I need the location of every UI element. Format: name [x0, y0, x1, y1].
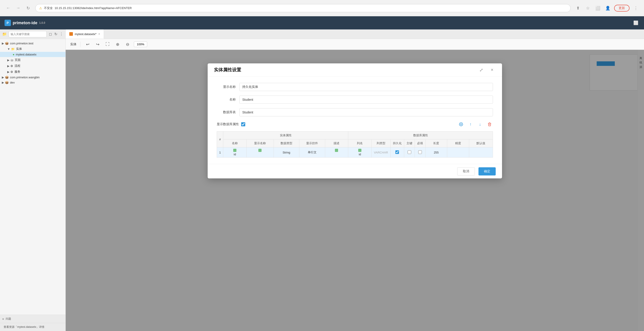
col-header-display-ctrl: 显示控件 [299, 140, 325, 148]
col-header-desc: 描述 [325, 140, 348, 148]
cell-desc[interactable] [325, 148, 348, 158]
menu-button[interactable]: ⋮ [632, 4, 640, 12]
security-warning-icon: ⚠ [39, 6, 42, 10]
col-group-db-attrs: 数据库属性 [348, 132, 493, 140]
problems-label: 问题 [6, 317, 11, 321]
col-header-required: 必填 [414, 140, 425, 148]
sidebar-folder-button[interactable]: 📁 [2, 31, 7, 37]
app-header-right: ⬜ [632, 19, 640, 26]
bookmark-button[interactable]: ☆ [584, 4, 592, 12]
primary-key-checkbox[interactable] [408, 150, 411, 154]
fit-button[interactable]: ⛶ [104, 41, 111, 48]
show-db-attr-checkbox[interactable] [241, 122, 245, 126]
zoom-in-button[interactable]: ⊕ [114, 41, 121, 48]
package-icon: 📦 [5, 81, 8, 84]
app-container: P primeton-ide 1.0.0 ⬜ 📁 ◻ ↻ ⋮ ▶ 📦 com.p… [0, 16, 644, 331]
tree-item-entity-folder[interactable]: ▼ 📁 实体 [0, 46, 66, 52]
length-cell-input[interactable] [428, 151, 445, 154]
tree-arrow-icon: ▶ [2, 81, 4, 84]
cancel-button[interactable]: 取消 [457, 167, 475, 176]
redo-button[interactable]: ↪ [94, 41, 101, 48]
dialog-maximize-button[interactable]: ⤢ [478, 66, 485, 74]
db-table-input[interactable] [239, 108, 493, 116]
table-delete-button[interactable] [486, 121, 493, 128]
persistent-checkbox[interactable] [395, 150, 399, 154]
back-button[interactable]: ← [4, 4, 12, 12]
tree-item-page-folder[interactable]: ▶ 🗂 页面 [0, 57, 66, 63]
col-header-col-name: 列名 [348, 140, 372, 148]
zoom-out-button[interactable]: ⊖ [124, 41, 131, 48]
tree-item-mytest-datasetx[interactable]: ● mytest.datasetx [0, 52, 66, 57]
col-header-name: 名称 [223, 140, 246, 148]
tree-arrow-icon: ▶ [7, 70, 10, 74]
precision-cell-input[interactable] [450, 151, 467, 154]
cell-data-type[interactable] [274, 148, 299, 158]
undo-button[interactable]: ↩ [84, 41, 91, 48]
cell-required[interactable] [414, 148, 425, 158]
tab-close-button[interactable]: × [98, 32, 100, 36]
update-button[interactable]: 更新 [614, 5, 630, 12]
display-name-cell-input[interactable] [249, 152, 271, 156]
browser-nav-buttons: ← → ↻ [4, 4, 32, 12]
col-name-cell-input[interactable] [350, 152, 369, 156]
browser-chrome: ← → ↻ ⚠ 不安全 10.15.15.151:13082/ide/index… [0, 0, 644, 16]
profile-button[interactable]: 👤 [604, 4, 612, 12]
drag-handle-icon [335, 149, 338, 152]
sidebar-tree: ▶ 📦 com.primeton.test ▼ 📁 实体 ● mytest.da… [0, 39, 66, 315]
dialog-title: 实体属性设置 [214, 67, 241, 73]
table-row[interactable]: 1 [217, 148, 493, 158]
share-button[interactable]: ⬆ [574, 4, 582, 12]
sidebar-settings-button[interactable]: ⋮ [60, 31, 63, 37]
tree-item-label: 服务 [14, 70, 20, 74]
table-move-down-button[interactable]: ↓ [477, 121, 484, 128]
cell-num: 1 [217, 148, 223, 158]
default-cell-input[interactable] [472, 151, 490, 154]
dialog-close-button[interactable]: × [488, 66, 496, 74]
tree-arrow-icon: ▶ [2, 76, 4, 79]
address-bar[interactable]: ⚠ 不安全 10.15.15.151:13082/ide/index.html?… [35, 4, 571, 12]
tree-item-dev[interactable]: ▶ 📦 dev [0, 80, 66, 85]
sidebar-new-button[interactable]: ◻ [48, 31, 52, 37]
tab-mytest-datasetx[interactable]: mytest.datasetx* × [66, 30, 104, 39]
display-name-input[interactable] [239, 83, 493, 91]
sidebar-refresh-button[interactable]: ↻ [54, 31, 58, 37]
cell-persistent[interactable] [390, 148, 404, 158]
name-input[interactable] [239, 96, 493, 104]
tree-item-com-primeton-test[interactable]: ▶ 📦 com.primeton.test [0, 41, 66, 46]
app-logo: P primeton-ide 1.0.0 [4, 20, 45, 26]
table-settings-button[interactable] [458, 121, 464, 128]
entity-folder-icon: 📁 [11, 47, 15, 51]
service-folder-icon: ⚙ [10, 70, 13, 74]
cell-name[interactable] [223, 148, 246, 158]
tree-item-com-primeton-wangbin[interactable]: ▶ 📦 com.primeton.wangbin [0, 75, 66, 80]
cell-display-name[interactable] [246, 148, 274, 158]
app-collapse-button[interactable]: ⬜ [632, 19, 640, 26]
tree-item-flow-folder[interactable]: ▶ ⚙ 流程 [0, 63, 66, 69]
tree-item-label: 流程 [14, 64, 20, 68]
cell-primary-key[interactable] [404, 148, 414, 158]
extensions-button[interactable]: ⬜ [594, 4, 602, 12]
desc-cell-input[interactable] [328, 152, 346, 156]
ok-button[interactable]: 确定 [478, 167, 496, 176]
required-checkbox[interactable] [418, 150, 422, 154]
data-type-cell-input[interactable] [276, 151, 297, 154]
sidebar-search-input[interactable] [8, 31, 47, 37]
name-cell-input[interactable] [226, 152, 244, 156]
forward-button[interactable]: → [14, 4, 22, 12]
tree-item-service-folder[interactable]: ▶ ⚙ 服务 [0, 69, 66, 75]
display-name-label: 显示名称 [217, 85, 239, 89]
cell-display-ctrl[interactable] [299, 148, 325, 158]
display-ctrl-cell-input[interactable] [302, 151, 323, 154]
table-move-up-button[interactable]: ↑ [467, 121, 474, 128]
cell-default[interactable] [469, 148, 493, 158]
sidebar-bottom: ≡ 问题 [0, 315, 66, 323]
col-header-data-type: 数据类型 [274, 140, 299, 148]
cell-col-type[interactable]: VARCHAR [372, 148, 390, 158]
cell-precision[interactable] [447, 148, 469, 158]
dialog-header: 实体属性设置 ⤢ × [208, 64, 502, 76]
toolbar-separator [80, 42, 80, 47]
cell-length[interactable] [425, 148, 447, 158]
cell-col-name[interactable] [348, 148, 372, 158]
url-text: 10.15.15.151:13082/ide/index.html?appNam… [54, 6, 132, 10]
reload-button[interactable]: ↻ [24, 4, 32, 12]
